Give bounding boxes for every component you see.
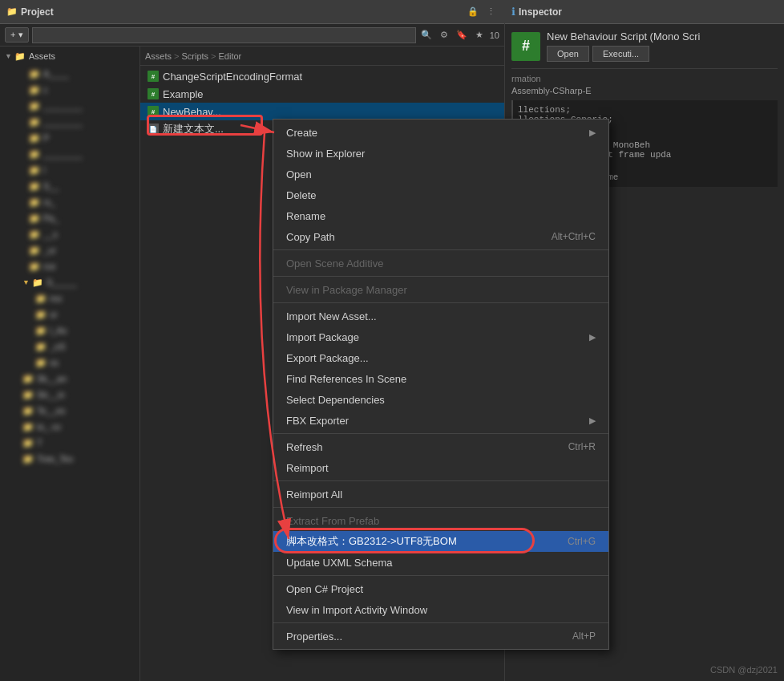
menu-item-label: Delete [286,189,596,201]
menu-item-arrow: ▶ [589,332,596,343]
script-header: # New Behaviour Script (Mono Scri Open E… [511,30,778,62]
menu-item-update-uxml-schema[interactable]: Update UXML Schema [273,552,608,573]
execution-button[interactable]: Executi... [592,46,649,62]
tree-item-7[interactable]: 📁 l [14,162,125,178]
cs-icon-2: # [147,87,160,100]
info-row-title: rmation [511,74,778,83]
tree-item-16[interactable]: 📁 l_As [14,322,125,338]
menu-item-label: Import New Asset... [286,310,596,322]
breadcrumb-assets[interactable]: Assets [145,51,172,61]
doc-icon-1: 📄 [147,123,160,136]
menu-item-label: Extract From Prefab [286,515,596,527]
tree-item-17[interactable]: 📁 _oS [14,338,125,355]
script-title: New Behaviour Script (Mono Scri [547,30,700,43]
menu-item-label: Properties... [286,630,556,642]
menu-item-shortcut: Ctrl+G [568,536,596,547]
tree-item-21[interactable]: 📁 Te__es [14,403,125,419]
menu-item-reimport[interactable]: Reimport [273,457,608,478]
filter-btn[interactable]: ⚙ [437,28,451,43]
menu-item-label: Create [286,127,589,139]
menu-item-------gb2312--utf8-bom[interactable]: 脚本改格式：GB2312->UTF8无BOMCtrl+G [273,531,608,552]
badge-count: 10 [490,30,499,40]
file-item-newbehav[interactable]: # NewBehav... [140,103,504,120]
menu-item-shortcut: Ctrl+R [568,441,596,452]
lock-icon-btn[interactable]: 🔒 [466,5,480,19]
project-panel-title: Project [21,6,54,18]
tree-item-1[interactable]: 📁 A____ [14,66,125,82]
project-panel-header: 📁 Project 🔒 ⋮ [0,0,504,24]
tree-item-15[interactable]: 📁 or [14,306,125,322]
context-menu: Create▶Show in ExplorerOpenDeleteRenameC… [273,119,609,650]
tree-item-10[interactable]: 📁 Pa_ [14,210,125,226]
menu-item-label: Show in Explorer [286,148,596,160]
menu-item-extract-from-prefab: Extract From Prefab [273,510,608,531]
menu-item-create[interactable]: Create▶ [273,122,608,143]
menu-item-copy-path[interactable]: Copy PathAlt+Ctrl+C [273,226,608,247]
tree-item-scripts[interactable]: ▼ 📁 S_____ [14,274,125,290]
star-btn[interactable]: ★ [472,28,487,43]
menu-item-rename[interactable]: Rename [273,205,608,226]
tree-item-3[interactable]: 📁 ________ [14,98,125,114]
info-row-assembly: Assembly-CSharp-E [511,86,778,95]
search-input[interactable] [32,27,416,43]
file-name-4: 新建文本文... [163,122,224,136]
menu-separator-10 [273,302,608,303]
menu-item-shortcut: Alt+P [572,630,596,642]
tree-item-14[interactable]: 📁 mo [14,290,125,306]
menu-item-show-in-explorer[interactable]: Show in Explorer [273,143,608,164]
tree-item-23[interactable]: 📁 T [14,435,125,451]
tree-item-8[interactable]: 📁 S__ [14,178,125,194]
menu-item-view-in-import-activity-window[interactable]: View in Import Activity Window [273,599,608,620]
project-toolbar: + ▾ 🔍 ⚙ 🔖 ★ 10 [0,24,504,47]
divider-1 [511,68,778,69]
menu-item-label: Select Dependencies [286,394,596,406]
menu-item-reimport-all[interactable]: Reimport All [273,484,608,505]
menu-item-export-package---[interactable]: Export Package... [273,347,608,368]
menu-item-fbx-exporter[interactable]: FBX Exporter▶ [273,410,608,431]
menu-item-label: Import Package [286,331,589,343]
menu-item-properties---[interactable]: Properties...Alt+P [273,626,608,647]
file-item-changescript[interactable]: # ChangeScriptEncodingFormat [140,67,504,85]
menu-item-open[interactable]: Open [273,164,608,184]
menu-item-import-package[interactable]: Import Package▶ [273,326,608,347]
menu-item-label: FBX Exporter [286,415,589,427]
menu-item-refresh[interactable]: RefreshCtrl+R [273,436,608,457]
file-item-example[interactable]: # Example [140,85,504,103]
tree-item-19[interactable]: 📁 Sk__an [14,371,125,387]
menu-item-find-references-in-scene[interactable]: Find References In Scene [273,368,608,389]
tree-item-9[interactable]: 📁 rs_ [14,194,125,210]
more-options-btn[interactable]: ⋮ [483,5,498,19]
menu-item-open-c--project[interactable]: Open C# Project [273,578,608,599]
tree-item-22[interactable]: 📁 to_ co [14,419,125,435]
tree-item-2[interactable]: 📁 c [14,82,125,98]
tree-item-24[interactable]: 📁 Tree_Tex [14,451,125,467]
open-button[interactable]: Open [547,46,589,62]
menu-item-open-scene-additive: Open Scene Additive [273,253,608,274]
tree-item-4[interactable]: 📁 ________ [14,114,125,130]
bookmark-btn[interactable]: 🔖 [455,28,469,43]
menu-item-select-dependencies[interactable]: Select Dependencies [273,389,608,410]
tree-item-13[interactable]: 📁 rce [14,258,125,274]
menu-separator-29 [273,622,608,623]
tree-item-20[interactable]: 📁 Str__in [14,387,125,403]
menu-item-label: View in Package Manager [286,284,596,296]
tree-item-5[interactable]: 📁 P [14,130,125,146]
breadcrumb-scripts[interactable]: Scripts [181,51,208,61]
assets-root[interactable]: ▼ 📁 Assets [0,48,139,64]
inspector-buttons: Open Executi... [547,46,700,62]
panel-controls: 🔒 ⋮ [466,5,498,19]
asset-tree: ▼ 📁 Assets 📁 A____ 📁 c [0,47,140,681]
menu-separator-26 [273,575,608,576]
menu-separator-22 [273,507,608,508]
tree-item-11[interactable]: 📁 __s [14,226,125,242]
menu-item-label: Find References In Scene [286,373,596,385]
menu-item-delete[interactable]: Delete [273,184,608,205]
menu-item-import-new-asset---[interactable]: Import New Asset... [273,306,608,326]
tree-item-18[interactable]: 📁 ss [14,355,125,371]
breadcrumb-editor[interactable]: Editor [219,51,242,61]
tree-item-6[interactable]: 📁 ________ [14,146,125,162]
search-icon-btn[interactable]: 🔍 [419,28,434,43]
tree-item-12[interactable]: 📁 _ur [14,242,125,258]
add-button[interactable]: + ▾ [5,27,29,43]
menu-item-label: Copy Path [286,231,535,243]
